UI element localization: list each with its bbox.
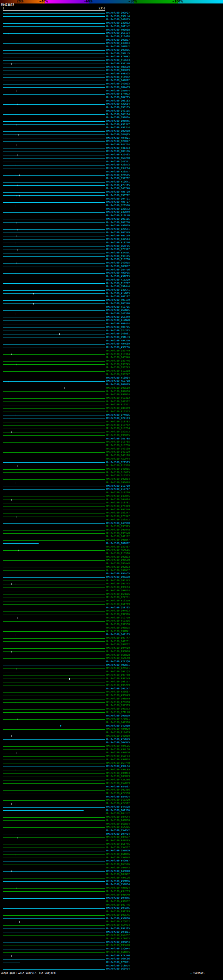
hit-label[interactable]: UniRef100_P19318 (106, 464, 130, 468)
hit-label[interactable]: UniRef100_Q9SBL5 (106, 627, 130, 630)
hit-bar[interactable] (3, 169, 105, 169)
hit-label[interactable]: UniRef100_P06705 (106, 326, 130, 329)
hit-bar[interactable] (3, 510, 105, 510)
hit-label[interactable]: UniRef100_B6T7T5 (106, 843, 130, 846)
hit-label[interactable]: UniRef100_P00871 (106, 663, 130, 667)
hit-bar[interactable] (3, 817, 105, 818)
hit-bar[interactable] (3, 648, 105, 649)
hit-label[interactable]: UniRef100_A76031 (106, 718, 130, 721)
hit-label[interactable]: UniRef100_P24007 (106, 140, 130, 143)
hit-bar[interactable] (3, 638, 105, 639)
hit-label[interactable]: UniRef100_Q39749 (106, 349, 130, 353)
hit-label[interactable]: UniRef100_B95ZN9 (106, 684, 130, 687)
hit-bar[interactable] (3, 719, 105, 720)
hit-label[interactable]: UniRef100_P07179 (106, 299, 130, 302)
hit-bar[interactable] (3, 848, 105, 848)
hit-bar[interactable] (3, 84, 105, 84)
hit-bar[interactable] (3, 212, 105, 213)
hit-label[interactable]: UniRef100_P26573 (106, 163, 130, 167)
hit-label[interactable]: UniRef100_P05346 (106, 302, 130, 305)
hit-bar[interactable] (3, 726, 60, 726)
hit-bar[interactable] (3, 567, 105, 567)
hit-bar[interactable] (3, 23, 105, 24)
hit-bar[interactable] (3, 875, 105, 875)
hit-label[interactable]: UniRef100_P15566 (106, 552, 130, 555)
hit-label[interactable]: UniRef100_A9NND6 (106, 751, 130, 755)
hit-label[interactable]: UniRef100_Q04A59 (106, 86, 130, 89)
hit-bar[interactable] (3, 151, 105, 152)
hit-bar[interactable] (3, 837, 105, 838)
hit-label[interactable]: UniRef100_Q43031 (106, 332, 130, 336)
hit-label[interactable]: UniRef100_A9RMQ6 (106, 880, 130, 883)
hit-bar[interactable] (3, 885, 105, 885)
hit-bar[interactable] (3, 797, 105, 797)
hit-label[interactable]: UniRef100_Q02980 (106, 130, 130, 133)
hit-label[interactable]: UniRef100_P00068 (106, 29, 130, 32)
hit-label[interactable]: UniRef100_Q2U253 (106, 329, 130, 333)
hit-label[interactable]: UniRef100_A5BU36 (106, 917, 130, 921)
hit-label[interactable]: UniRef100_B7FML2 (106, 92, 130, 96)
hit-label[interactable]: UniRef100_B9T2R9 (106, 910, 130, 913)
hit-label[interactable]: UniRef100_A9NLD6 (106, 745, 130, 748)
hit-bar[interactable] (3, 398, 105, 399)
hit-bar[interactable] (3, 790, 105, 791)
hit-label[interactable]: UniRef100_B3H55C (106, 251, 130, 255)
hit-bar[interactable] (30, 378, 105, 378)
hit-bar[interactable] (3, 280, 105, 280)
hit-bar[interactable] (3, 307, 105, 307)
hit-label[interactable]: UniRef100_Q9ST50 (106, 674, 130, 677)
hit-label[interactable]: UniRef100_B6SSN6 (106, 863, 130, 866)
hit-bar[interactable] (3, 381, 105, 382)
hit-bar[interactable] (3, 560, 105, 561)
hit-label[interactable]: UniRef100_C0KWM4 (106, 941, 130, 944)
hit-label[interactable]: UniRef100_A6F1P7 (106, 295, 130, 299)
hit-label[interactable]: UniRef100_Q42900 (106, 721, 130, 724)
hit-label[interactable]: UniRef100_B8AD97 (106, 785, 130, 789)
hit-bar[interactable] (3, 527, 105, 527)
hit-bar[interactable] (3, 283, 105, 284)
hit-bar[interactable] (3, 699, 105, 700)
hit-label[interactable]: UniRef100_C6TB28 (106, 654, 130, 657)
hit-bar[interactable] (3, 878, 105, 878)
hit-bar[interactable] (3, 692, 105, 692)
hit-bar[interactable] (3, 615, 105, 615)
hit-label[interactable]: UniRef100_C6TH75 (106, 951, 130, 954)
hit-label[interactable]: UniRef100_A9PHQ1 (106, 137, 130, 140)
hit-bar[interactable] (3, 679, 105, 679)
hit-label[interactable]: UniRef100_Q3LFQ4 (106, 167, 130, 170)
hit-label[interactable]: UniRef100_B95AC5 (106, 572, 130, 576)
hit-label[interactable]: UniRef100_Q92916 (106, 613, 130, 616)
hit-label[interactable]: UniRef100_Q42815 (106, 18, 130, 22)
hit-label[interactable]: UniRef100_Q75347 (106, 515, 130, 518)
hit-bar[interactable] (3, 462, 105, 463)
hit-bar[interactable] (3, 493, 105, 493)
hit-label[interactable]: UniRef100_Q08186 (106, 150, 130, 153)
hit-label[interactable]: UniRef100_A9YT29 (106, 191, 130, 194)
hit-bar[interactable] (3, 810, 83, 811)
hit-bar[interactable] (3, 435, 105, 436)
hit-bar[interactable] (3, 682, 105, 682)
hit-label[interactable]: UniRef100_P13705 (106, 305, 130, 309)
hit-bar[interactable] (3, 668, 105, 669)
hit-bar[interactable] (3, 297, 105, 297)
hit-bar[interactable] (3, 898, 105, 899)
hit-label[interactable]: UniRef100_B9MV69 (106, 647, 130, 650)
hit-label[interactable]: UniRef100_Q42193 (106, 633, 130, 636)
hit-bar[interactable] (3, 287, 105, 287)
hit-label[interactable]: UniRef100_Q01NY7 (106, 538, 130, 542)
hit-label[interactable]: UniRef100_P01072 (106, 542, 130, 546)
hit-label[interactable]: UniRef100_P17673 (106, 59, 130, 62)
hit-label[interactable]: UniRef100_P07159 (106, 234, 130, 238)
hit-label[interactable]: UniRef100_P26667 (106, 690, 130, 694)
hit-bar[interactable] (3, 557, 105, 557)
hit-bar[interactable] (3, 142, 105, 142)
hit-label[interactable]: UniRef100_Q39745 (106, 363, 130, 366)
hit-bar[interactable] (3, 145, 105, 145)
hit-label[interactable]: UniRef100_C5Z0J9 (106, 849, 130, 853)
hit-bar[interactable] (3, 506, 105, 507)
hit-label[interactable]: UniRef100_Q43970 (106, 522, 130, 525)
hit-label[interactable]: UniRef100_Q9FLU4 (106, 15, 130, 18)
hit-bar[interactable] (3, 20, 105, 20)
hit-label[interactable]: UniRef100_B9IGM0 (106, 893, 130, 897)
hit-label[interactable]: UniRef100_A2XDN9 (106, 738, 130, 741)
